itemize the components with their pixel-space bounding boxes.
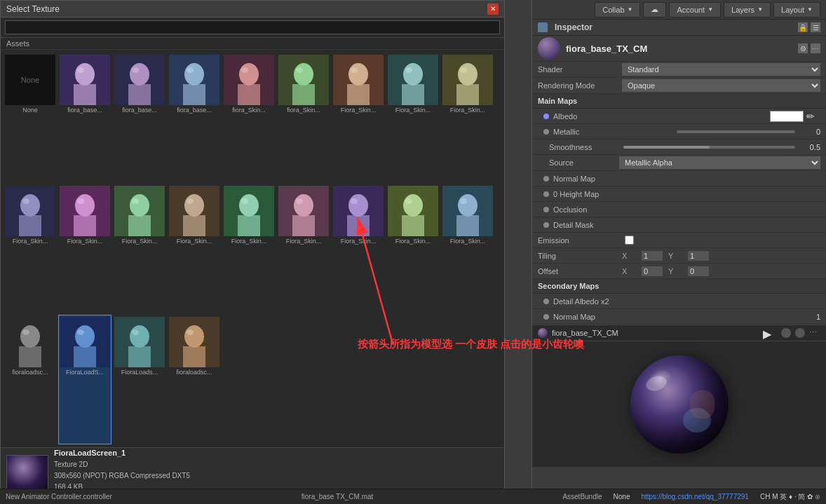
inspector-lock-icon[interactable]: 🔒 [798,22,808,32]
window-close-button[interactable]: ✕ [487,4,499,15]
status-url[interactable]: https://blog.csdn.net/qq_37777291 [641,493,748,500]
texture-item[interactable]: Fiora_Skin... [441,184,494,313]
texture-item[interactable]: Fiora_Skin... [441,53,494,182]
texture-name: None [22,107,38,114]
texture-thumbnail [388,55,438,105]
window-titlebar: Select Texture ✕ [1,1,504,18]
texture-item[interactable]: fiora_base... [168,53,221,182]
svg-point-75 [77,329,84,335]
rendering-mode-select[interactable]: Opaque [622,79,820,92]
texture-item[interactable]: fiora_Skin... [277,53,330,182]
detail-albedo-label: Detail Albedo x2 [553,297,820,306]
cloud-button[interactable]: ☁ [643,2,666,18]
svg-rect-70 [19,346,41,367]
metallic-slider[interactable] [677,130,796,133]
material-name: fiora_base_TX_CM [566,43,798,54]
texture-thumbnail [333,186,384,236]
source-label: Source [549,158,619,167]
collab-button[interactable]: Collab ▼ [595,2,640,18]
tiling-x-input[interactable] [642,251,663,261]
texture-item[interactable]: Fiora_Skin... [168,184,221,313]
preview-ball [630,355,729,454]
assets-label: Assets [1,38,504,50]
texture-item[interactable]: Fiora_Skin... [277,184,330,313]
texture-name: Fiora_Skin... [231,238,267,245]
detail-size: 308x560 (NPOT) RGBA Compressed DXT5 [54,470,499,482]
texture-item[interactable]: NoneNone [4,53,57,182]
svg-point-71 [22,329,29,335]
svg-point-61 [403,194,423,217]
window-title: Select Texture [6,4,60,14]
material-dots-icon[interactable]: ⋯ [811,43,820,53]
albedo-label: Albedo [553,112,770,121]
texture-item[interactable]: fioraloadsc... [168,315,221,444]
shader-row: Shader Standard [532,62,826,78]
svg-rect-46 [183,215,205,236]
texture-item[interactable]: Fiora_Skin... [332,184,385,313]
svg-rect-18 [292,84,315,105]
texture-item[interactable]: Fiora_Skin... [386,53,440,182]
normal-map-row: Normal Map [532,171,826,186]
texture-item[interactable]: Fiora_Skin... [332,53,385,182]
smoothness-slider[interactable] [623,146,795,149]
texture-item[interactable]: FioraLoadS... [58,315,111,444]
layers-button[interactable]: Layers ▼ [724,2,771,18]
offset-y-input[interactable] [688,266,709,276]
tiling-xy: X Y [622,251,709,261]
texture-name: fiora_Skin... [232,107,266,114]
material-settings-icon[interactable]: ⚙ [798,43,808,53]
play-icon[interactable]: ▶ [763,327,777,339]
material-preview-icon [538,37,560,60]
search-input[interactable] [5,20,500,34]
smoothness-value: 0.5 [799,143,820,151]
texture-item[interactable]: fiora_base... [58,53,111,182]
height-map-dot [543,191,549,197]
texture-name: FioraLoadS... [66,369,104,376]
svg-rect-58 [347,215,370,236]
texture-item[interactable]: Fiora_Skin... [386,184,440,313]
layout-button[interactable]: Layout ▼ [773,2,820,18]
status-bar: New Animator Controller.controller fiora… [0,489,826,504]
svg-point-35 [22,198,29,204]
texture-thumbnail [60,317,110,367]
unity-toolbar: Collab ▼ ☁ Account ▼ Layers ▼ Layout ▼ [532,0,826,20]
svg-rect-14 [238,84,260,105]
texture-item[interactable]: FioraLoads... [113,315,166,444]
occlusion-dot [543,207,549,212]
texture-item[interactable]: Fiora_Skin... [58,184,111,313]
svg-point-41 [130,194,149,217]
texture-item[interactable]: Fiora_Skin... [113,184,166,313]
offset-x-input[interactable] [642,266,663,276]
texture-name: Fiora_Skin... [450,107,486,114]
height-map-row: 0 Height Map [532,186,826,202]
svg-point-53 [294,194,313,217]
texture-name: fioraloadsc... [12,369,48,376]
preview-dot-2[interactable] [795,328,805,338]
texture-item[interactable]: Fiora_Skin... [222,184,276,313]
svg-point-13 [239,63,259,86]
albedo-color-swatch[interactable] [770,111,804,122]
albedo-edit-icon[interactable]: ✏ [806,111,820,122]
normal-map-2-label: Normal Map [553,313,816,321]
svg-rect-82 [183,346,205,367]
emission-checkbox[interactable] [625,236,634,245]
preview-dot-1[interactable] [781,328,791,338]
svg-rect-50 [238,215,260,236]
normal-map-2-value: 1 [816,313,820,321]
account-button[interactable]: Account ▼ [669,2,721,18]
inspector-menu-icon[interactable]: ☰ [811,22,820,32]
shader-select[interactable]: Standard [622,63,820,76]
detail-mask-dot [543,222,549,228]
texture-item[interactable]: fioraloadsc... [4,315,57,444]
tiling-y-input[interactable] [688,251,709,261]
preview-more-icon[interactable]: ⋯ [809,328,820,338]
inspector-header: Inspector 🔒 ☰ [532,20,826,36]
search-bar [1,18,504,38]
texture-item[interactable]: fiora_base... [113,53,166,182]
source-select[interactable]: Metallic Alpha [619,156,820,169]
occlusion-label: Occlusion [553,205,820,214]
texture-thumbnail [278,186,329,236]
texture-item[interactable]: Fiora_Skin... [4,184,57,313]
texture-thumbnail [224,186,274,236]
texture-item[interactable]: fiora_Skin... [222,53,276,182]
